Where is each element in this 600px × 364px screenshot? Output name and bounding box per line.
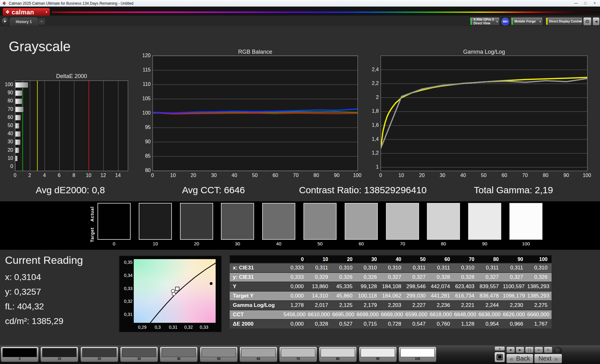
cie-xtick-label: 0,32 [182, 325, 195, 330]
pattern-button-0[interactable]: 0 [1, 347, 39, 362]
table-column-header: 30 [357, 255, 381, 263]
rgb-xtick-label: 40 [229, 173, 240, 178]
pattern-swatch [42, 348, 77, 357]
toolbar-expand-button[interactable]: ▲ [494, 346, 505, 351]
gamma-ytick-label: 1,8 [365, 108, 379, 114]
deltae-xtick-label: 8 [68, 173, 79, 178]
deltae-category-label: 90 [0, 90, 13, 96]
pattern-button-70[interactable]: 70 [279, 347, 317, 362]
source-dropdown[interactable]: Mobile Forge▾ [511, 17, 543, 26]
single-measure-button[interactable]: [·] [525, 347, 534, 353]
add-tab-button[interactable]: + [38, 18, 45, 25]
strip-swatch-label: 60 [344, 241, 378, 246]
pattern-button-20[interactable]: 20 [80, 347, 118, 362]
deltae-chart-title: DeltaE 2000 [15, 73, 128, 80]
table-corner-cell [230, 255, 283, 263]
tab-scroll-button[interactable]: ▶ [2, 17, 9, 24]
table-cell: 0,760 [430, 320, 454, 329]
display-control-dropdown[interactable]: Direct Display Control▾ [545, 17, 582, 26]
pattern-button-80[interactable]: 80 [319, 347, 357, 362]
pattern-button-label: 40 [160, 357, 198, 361]
rgb-ytick-label: 120 [137, 53, 151, 58]
tab-bar [0, 16, 600, 26]
tab-history-1[interactable]: History 1 [10, 17, 38, 26]
table-cell: 0,310 [381, 263, 405, 273]
pattern-button-90[interactable]: 90 [359, 347, 397, 362]
source-dropdown-accent [512, 18, 513, 25]
strip-swatch-label: 70 [385, 241, 420, 246]
calman-app-icon [2, 2, 6, 5]
play-button[interactable]: ▶ [516, 347, 524, 353]
next-label: Next [538, 355, 551, 362]
table-cell: 184,108 [381, 282, 405, 292]
stop-button[interactable]: ■ [506, 347, 515, 353]
pattern-button-label: 100 [399, 357, 436, 361]
chevron-down-icon: ▾ [579, 20, 581, 23]
strip-swatch-40 [262, 203, 295, 240]
cie-chart-panel: 0,350,340,330,320,310,290,30,310,320,33 [119, 255, 222, 332]
table-cell: 2,227 [405, 301, 430, 310]
refresh-button[interactable]: ↻ [544, 347, 552, 353]
pattern-button-10[interactable]: 10 [40, 347, 78, 362]
table-cell: 6648,000 [454, 310, 478, 320]
cie-ytick-label: 0,35 [121, 260, 132, 265]
collapse-panel-button[interactable]: ◀ [592, 17, 600, 26]
next-button[interactable]: Next » [534, 354, 562, 363]
table-cell: 184,062 [381, 292, 405, 301]
maximize-button[interactable]: □ [581, 0, 590, 7]
pattern-button-60[interactable]: 60 [239, 347, 278, 362]
table-cell: 6699,000 [357, 310, 381, 320]
strip-swatch-label: 0 [97, 241, 131, 246]
gamma-plot [381, 56, 588, 171]
table-cell: 0,329 [308, 273, 332, 282]
meter-dropdown-accent [471, 18, 472, 25]
table-cell: 2,179 [357, 301, 381, 310]
pattern-window-button[interactable] [494, 352, 505, 362]
table-cell: 2,236 [430, 301, 454, 310]
deltae-category-label: 70 [0, 106, 13, 112]
table-cell: 0,000 [283, 320, 308, 329]
table-cell: 6610,000 [308, 310, 332, 320]
settings-gear-button[interactable]: ⚙ [583, 17, 592, 26]
close-button[interactable]: × [590, 0, 599, 7]
table-cell: 0,326 [332, 273, 357, 282]
pattern-button-30[interactable]: 30 [120, 347, 158, 362]
deltae-xtick-label: 0 [9, 173, 21, 178]
pattern-button-label: 20 [81, 357, 118, 361]
gamma-xtick-label: 70 [519, 173, 531, 178]
meter-dropdown[interactable]: X-Rite i1Pro 3Direct View▾ [470, 17, 500, 26]
table-column-header: 20 [332, 255, 357, 263]
deltae-category-label: 100 [0, 82, 13, 87]
strip-swatch-label: 80 [426, 241, 461, 246]
minimize-button[interactable]: — [571, 0, 581, 7]
table-row-label: y: CIE31 [230, 273, 283, 282]
pattern-button-40[interactable]: 40 [160, 347, 198, 362]
chevron-down-icon: ▾ [496, 20, 498, 23]
source-dropdown-label: Mobile Forge [514, 19, 536, 23]
display-control-dropdown-accent [546, 18, 548, 25]
strip-swatch-label: 40 [262, 241, 296, 246]
table-cell: 45,860 [332, 292, 357, 301]
back-button[interactable]: « Back [506, 354, 533, 363]
strip-swatch-30 [221, 203, 254, 240]
table-cell: 0,328 [308, 320, 332, 329]
rgb-ytick-label: 85 [137, 153, 151, 159]
strip-swatch-label: 30 [220, 241, 255, 246]
pattern-button-label: 60 [240, 357, 277, 361]
deltae-category-label: 80 [0, 98, 13, 104]
table-cell: 0,326 [357, 273, 381, 282]
gamma-ytick-label: 2 [365, 95, 379, 100]
deltae-category-label: 30 [0, 139, 13, 145]
pattern-button-50[interactable]: 50 [200, 347, 238, 362]
pattern-swatch [361, 348, 395, 357]
meter-count-badge[interactable]: 693 [501, 17, 510, 26]
cie-chart-plot [134, 259, 216, 323]
continuous-measure-button[interactable]: ∞ [534, 347, 543, 353]
calman-logo-button[interactable]: ❖ calman ▾ [2, 8, 50, 16]
pattern-swatch [321, 348, 355, 357]
pattern-button-100[interactable]: 100 [398, 347, 437, 362]
gamma-xtick-label: 90 [561, 173, 572, 178]
rgb-xtick-label: 90 [331, 173, 342, 178]
rgb-ytick-label: 95 [137, 125, 151, 130]
pattern-button-label: 70 [279, 357, 317, 361]
